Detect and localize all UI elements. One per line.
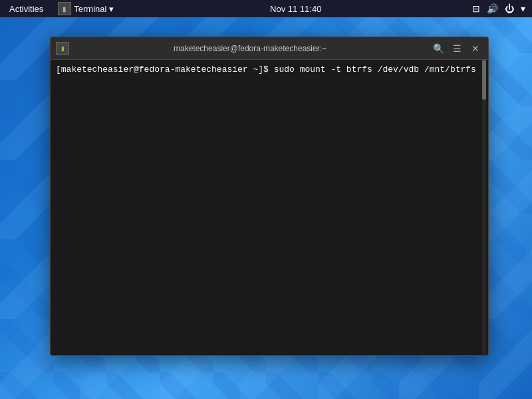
topbar-datetime: Nov 11 11:40 — [119, 4, 472, 14]
terminal-window-controls: 🔍 ☰ ✕ — [431, 41, 483, 56]
hamburger-icon: ☰ — [453, 43, 462, 54]
terminal-menu-button[interactable]: ☰ — [450, 41, 464, 56]
terminal-titlebar-left: ▮ — [56, 42, 69, 55]
sound-icon[interactable]: 🔊 — [487, 3, 498, 14]
terminal-command-text: [maketecheasier@fedora-maketecheasier ~]… — [56, 65, 476, 74]
terminal-scrollbar[interactable] — [481, 60, 487, 355]
power-icon[interactable]: ⏻ — [505, 3, 514, 14]
topbar-system-icons: ⊟ 🔊 ⏻ ▾ — [472, 3, 532, 14]
desktop: Activities ▮ Terminal ▾ Nov 11 11:40 ⊟ 🔊… — [0, 0, 532, 399]
scrollbar-thumb[interactable] — [482, 60, 486, 100]
terminal-window: ▮ maketecheasier@fedora-maketecheasier:~… — [50, 37, 489, 356]
terminal-window-icon: ▮ — [56, 42, 69, 55]
terminal-taskbar-icon: ▮ — [58, 2, 71, 15]
terminal-taskbar-label: Terminal — [74, 4, 106, 14]
terminal-window-title: maketecheasier@fedora-maketecheasier:~ — [69, 44, 431, 53]
system-menu-chevron[interactable]: ▾ — [521, 3, 525, 14]
terminal-taskbar-item[interactable]: ▮ Terminal ▾ — [53, 0, 119, 17]
terminal-content[interactable]: [maketecheasier@fedora-maketecheasier ~]… — [51, 60, 488, 355]
close-icon: ✕ — [471, 43, 479, 54]
activities-button[interactable]: Activities — [0, 0, 53, 17]
terminal-search-button[interactable]: 🔍 — [431, 41, 446, 56]
terminal-command-line: [maketecheasier@fedora-maketecheasier ~]… — [56, 64, 483, 76]
terminal-titlebar: ▮ maketecheasier@fedora-maketecheasier:~… — [51, 37, 488, 60]
terminal-close-button[interactable]: ✕ — [468, 41, 483, 56]
terminal-taskbar-chevron: ▾ — [109, 4, 114, 14]
search-icon: 🔍 — [433, 43, 444, 54]
scrollbar-track — [482, 60, 486, 355]
topbar: Activities ▮ Terminal ▾ Nov 11 11:40 ⊟ 🔊… — [0, 0, 532, 17]
network-icon[interactable]: ⊟ — [472, 3, 480, 14]
